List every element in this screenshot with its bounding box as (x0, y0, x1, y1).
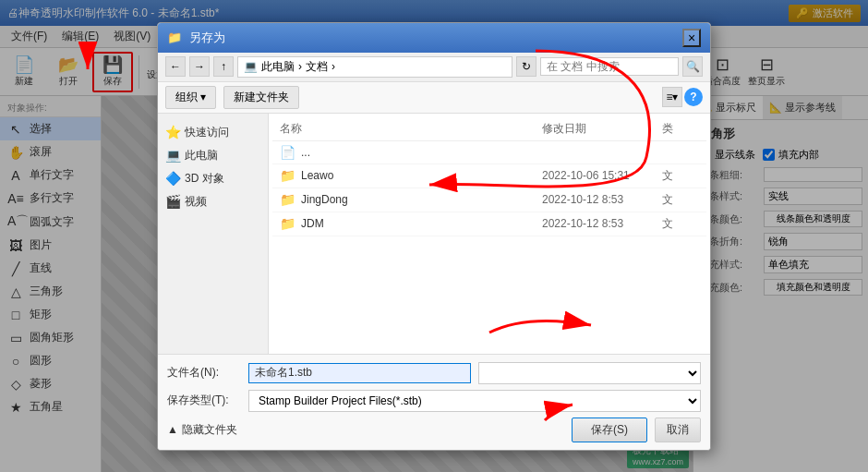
filename-dropdown[interactable] (478, 362, 701, 384)
file-list: 名称 修改日期 类 📄 ... 📁 Leawo 2022-10-06 15:31… (269, 114, 710, 354)
nav-3d-objects[interactable]: 🔷 3D 对象 (158, 167, 268, 190)
view-controls: ≡▾ ? (662, 87, 703, 107)
file-date-leawo: 2022-10-06 15:31 (542, 169, 662, 182)
dialog-nav-bar: ← → ↑ 💻 此电脑 › 文档 › ↻ 🔍 (158, 53, 710, 82)
filetype-label: 保存类型(T): (167, 393, 241, 408)
organize-button[interactable]: 组织 ▾ (165, 86, 216, 109)
nav-quick-access[interactable]: ⭐ 快速访问 (158, 121, 268, 144)
search-button[interactable]: 🔍 (682, 56, 703, 77)
view-mode-button[interactable]: ≡▾ (662, 87, 682, 107)
file-type-jingdong: 文 (662, 192, 699, 208)
footer-actions: ▲ 隐藏文件夹 保存(S) 取消 (167, 418, 701, 442)
forward-button[interactable]: → (189, 56, 210, 77)
dialog-footer: 文件名(N): 保存类型(T): Stamp Builder Project F… (158, 354, 710, 450)
folder-jdm-icon: 📁 (280, 216, 295, 231)
breadcrumb-docs: 文档 (306, 59, 328, 75)
this-pc-icon: 💻 (165, 148, 181, 163)
dialog-title-text: 另存为 (189, 30, 225, 46)
dialog-toolbar: 组织 ▾ 新建文件夹 ≡▾ ? (158, 82, 710, 114)
filename-input[interactable] (248, 363, 471, 383)
dialog-overlay: 📁 另存为 × ← → ↑ 💻 此电脑 › 文档 › ↻ 🔍 组织 ▾ 新建文件… (0, 0, 868, 472)
help-button[interactable]: ? (684, 88, 703, 106)
dialog-title-bar: 📁 另存为 × (158, 23, 710, 53)
file-type-leawo: 文 (662, 168, 699, 184)
new-folder-button[interactable]: 新建文件夹 (223, 86, 299, 109)
file-item-leawo[interactable]: 📁 Leawo 2022-10-06 15:31 文 (272, 164, 706, 188)
breadcrumb-icon: 💻 (244, 60, 258, 73)
dialog-close-button[interactable]: × (682, 29, 701, 47)
file-name-jdm: JDM (301, 217, 542, 230)
file-item-jingdong[interactable]: 📁 JingDong 2022-10-12 8:53 文 (272, 188, 706, 212)
nav-videos[interactable]: 🎬 视频 (158, 190, 268, 213)
videos-icon: 🎬 (165, 194, 181, 209)
dialog-save-button[interactable]: 保存(S) (572, 418, 647, 442)
file-name-leawo: Leawo (301, 169, 542, 182)
toggle-chevron-icon: ▲ (167, 423, 178, 436)
dialog-body: ⭐ 快速访问 💻 此电脑 🔷 3D 对象 🎬 视频 (158, 114, 710, 354)
quick-access-icon: ⭐ (165, 125, 181, 139)
folder-leawo-icon: 📁 (280, 168, 295, 183)
file-list-header: 名称 修改日期 类 (272, 117, 706, 141)
dialog-sidebar: ⭐ 快速访问 💻 此电脑 🔷 3D 对象 🎬 视频 (158, 114, 269, 354)
save-as-dialog: 📁 另存为 × ← → ↑ 💻 此电脑 › 文档 › ↻ 🔍 组织 ▾ 新建文件… (157, 22, 711, 451)
breadcrumb-computer: 此电脑 (261, 59, 295, 75)
back-button[interactable]: ← (165, 56, 186, 77)
file-item-jdm[interactable]: 📁 JDM 2022-10-12 8:53 文 (272, 212, 706, 236)
filetype-select[interactable]: Stamp Builder Project Files(*.stb) (248, 390, 701, 412)
search-input[interactable] (540, 57, 679, 76)
refresh-button[interactable]: ↻ (516, 56, 536, 77)
3d-objects-icon: 🔷 (165, 171, 181, 186)
header-date: 修改日期 (542, 121, 662, 137)
up-button[interactable]: ↑ (213, 56, 234, 77)
file-date-jdm: 2022-10-12 8:53 (542, 217, 662, 230)
file-date-jingdong: 2022-10-12 8:53 (542, 193, 662, 206)
filename-row: 文件名(N): (167, 362, 701, 384)
header-name: 名称 (280, 121, 542, 137)
file-name-dotdot: ... (301, 146, 699, 159)
folder-jingdong-icon: 📁 (280, 192, 295, 207)
file-item-dotdot[interactable]: 📄 ... (272, 141, 706, 164)
header-type: 类 (662, 121, 699, 137)
toggle-folder-label: 隐藏文件夹 (182, 422, 237, 438)
dialog-cancel-button[interactable]: 取消 (655, 418, 701, 442)
nav-this-pc[interactable]: 💻 此电脑 (158, 144, 268, 167)
dialog-folder-icon: 📁 (167, 30, 182, 44)
filename-label: 文件名(N): (167, 365, 241, 381)
file-type-jdm: 文 (662, 216, 699, 232)
file-name-jingdong: JingDong (301, 193, 542, 206)
filetype-row: 保存类型(T): Stamp Builder Project Files(*.s… (167, 390, 701, 412)
dotdot-icon: 📄 (280, 145, 295, 160)
toggle-folder-link[interactable]: ▲ 隐藏文件夹 (167, 422, 237, 438)
breadcrumb: 💻 此电脑 › 文档 › (237, 56, 512, 78)
